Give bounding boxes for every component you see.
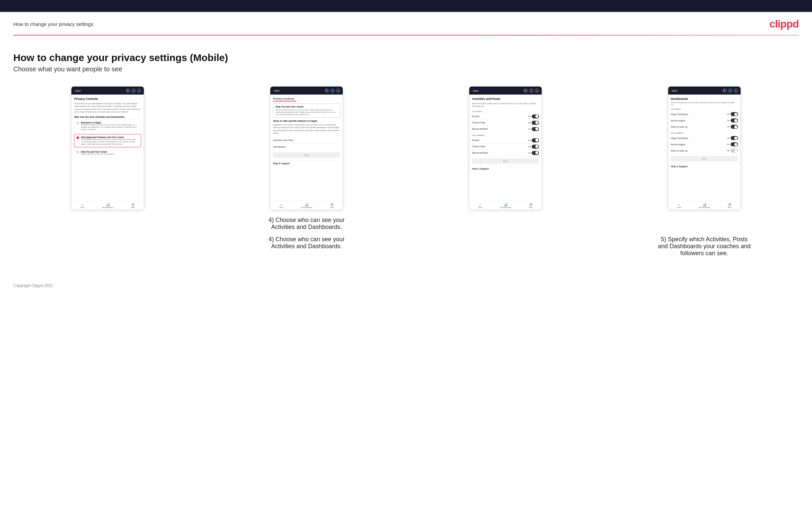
save-button-4[interactable]: Save: [671, 156, 738, 162]
home-icon-4: ⌂: [678, 203, 680, 206]
toggle-round-insights-coaches[interactable]: Round Insights ON: [671, 117, 738, 124]
toggle-what-to-work-followers[interactable]: What To Work On ON: [671, 148, 738, 154]
toggle-switch-player-dash-coaches[interactable]: [731, 112, 738, 116]
person-icon-4[interactable]: 👤: [728, 89, 732, 93]
search-icon-4[interactable]: 🔍: [723, 89, 727, 93]
top-bar: [0, 0, 812, 12]
nav-menu-4[interactable]: ☰ Menu: [728, 203, 731, 208]
person-icon-3[interactable]: 👤: [529, 89, 534, 93]
header-icons-4: 🔍 👤 ⚙: [723, 89, 738, 93]
copyright: Copyright Clippd 2022: [13, 283, 53, 288]
nav-menu-2[interactable]: ☰ Menu: [330, 203, 334, 208]
help-support-3: Help & Support: [472, 166, 539, 171]
bottom-nav-3: ⌂ Home 📊 My Performance ☰ Menu: [469, 201, 542, 210]
toggle-manual-followers[interactable]: Manual Activities ON: [472, 150, 539, 156]
toggle-switch-player-dash-followers[interactable]: [731, 136, 738, 140]
radio-everyone[interactable]: Everyone on Clippd Everyone on Clippd ca…: [74, 119, 141, 133]
page-subtitle: Choose what you want people to see: [13, 65, 799, 73]
person-icon-2[interactable]: 👤: [331, 89, 335, 93]
nav-home-1[interactable]: ⌂ Home: [81, 203, 84, 208]
save-button-3[interactable]: Save: [472, 158, 539, 164]
radio-label-you-coach: Only You and Your Coach: [81, 151, 114, 153]
nav-home-2[interactable]: ⌂ Home: [279, 203, 283, 208]
toggle-player-dash-coaches[interactable]: Player Dashboard ON: [671, 111, 738, 117]
search-icon[interactable]: 🔍: [126, 89, 130, 93]
screenshot-group-3: ‹ Back 🔍 👤 ⚙ Activities and Posts Select…: [411, 86, 600, 210]
caption-2: 4) Choose who can see your Activities an…: [260, 217, 353, 231]
followers-label-3: FOLLOWERS: [472, 134, 539, 136]
toggle-switch-round-insights-coaches[interactable]: [731, 118, 738, 122]
activities-posts-title: Activities and Posts: [472, 97, 539, 101]
person-icon[interactable]: 👤: [132, 89, 136, 93]
toggle-switch-drills-coaches[interactable]: [532, 121, 539, 125]
caption-phone2: 4) Choose who can see your Activities an…: [260, 236, 353, 250]
home-icon-2: ⌂: [280, 203, 282, 206]
settings-icon-4[interactable]: ⚙: [734, 89, 738, 93]
phone-header-2: ‹ Back 🔍 👤 ⚙: [270, 87, 343, 95]
chart-icon-3: 📊: [503, 203, 507, 206]
toggle-switch-rounds-coaches[interactable]: [532, 114, 539, 118]
toggle-switch-rounds-followers[interactable]: [532, 138, 539, 143]
phone-body-1: Privacy Controls Control how and your da…: [71, 95, 144, 201]
toggle-rounds-coaches[interactable]: Rounds ON: [472, 113, 539, 120]
menu-icon-1: ☰: [132, 203, 135, 206]
dashboards-section-desc: Select the dashboards that you'd like to…: [671, 102, 738, 106]
nav-menu-1[interactable]: ☰ Menu: [131, 203, 135, 208]
toggle-player-dash-followers[interactable]: Player Dashboard ON: [671, 135, 738, 142]
dashboards-row[interactable]: Dashboards ›: [273, 144, 340, 150]
search-icon-3[interactable]: 🔍: [524, 89, 528, 93]
header-icons-3: 🔍 👤 ⚙: [524, 89, 539, 93]
toggle-switch-round-insights-followers[interactable]: [731, 143, 738, 146]
toggle-rounds-followers[interactable]: Rounds ON: [472, 137, 539, 144]
menu-icon-3: ☰: [529, 203, 532, 206]
nav-menu-3[interactable]: ☰ Menu: [529, 203, 533, 208]
nav-performance-4[interactable]: 📊 My Performance: [699, 203, 710, 208]
privacy-controls-title: Privacy Controls: [74, 97, 141, 101]
followers-label-4: FOLLOWERS: [671, 132, 738, 134]
phone-header-4: ‹ Back 🔍 👤 ⚙: [668, 87, 741, 95]
toggle-switch-drills-followers[interactable]: [532, 145, 539, 149]
dashboards-label: Dashboards: [273, 146, 286, 148]
toggle-switch-manual-coaches[interactable]: [532, 127, 539, 131]
toggle-switch-what-to-work-coaches[interactable]: [731, 125, 738, 129]
nav-performance-3[interactable]: 📊 My Performance: [500, 203, 511, 208]
activities-posts-row[interactable]: Activities and Posts ›: [273, 137, 340, 144]
header-icons-2: 🔍 👤 ⚙: [325, 89, 340, 93]
arrow-icon-dashboards: ›: [339, 145, 340, 148]
phone-body-2: Privacy Controls Only You and Your Coach…: [270, 95, 343, 201]
screenshot-group-2: ‹ Back 🔍 👤 ⚙ Privacy Controls Only You a…: [212, 86, 401, 231]
nav-home-4[interactable]: ⌂ Home: [677, 203, 681, 208]
toggle-switch-manual-followers[interactable]: [532, 151, 539, 155]
phone-mockup-1: ‹ Back 🔍 👤 ⚙ Privacy Controls Control ho…: [71, 86, 144, 210]
toggle-switch-what-to-work-followers[interactable]: [731, 149, 738, 153]
radio-desc-approved: Only approved followers and coaches you …: [81, 138, 139, 145]
toggle-drills-followers[interactable]: Practice Drills ON: [472, 144, 539, 150]
activities-posts-label: Activities and Posts: [273, 139, 293, 142]
back-button-4[interactable]: ‹ Back: [671, 90, 677, 92]
toggle-manual-coaches[interactable]: Manual Activities ON: [472, 126, 539, 132]
search-icon-2[interactable]: 🔍: [325, 89, 329, 93]
radio-you-coach[interactable]: Only You and Your Coach Only you and the…: [74, 149, 141, 157]
chevron-left-icon-3: ‹: [472, 90, 472, 92]
save-button-2[interactable]: Save: [273, 152, 340, 158]
logo: clippd: [769, 18, 799, 30]
toggle-what-to-work-coaches[interactable]: What To Work On ON: [671, 124, 738, 130]
settings-icon-3[interactable]: ⚙: [535, 89, 539, 93]
toggle-round-insights-followers[interactable]: Round Insights ON: [671, 142, 738, 148]
settings-icon[interactable]: ⚙: [137, 89, 141, 93]
nav-performance-1[interactable]: 📊 My Performance: [102, 203, 113, 208]
settings-icon-2[interactable]: ⚙: [336, 89, 340, 93]
nav-home-3[interactable]: ⌂ Home: [478, 203, 482, 208]
back-button-3[interactable]: ‹ Back: [472, 90, 478, 92]
back-button-2[interactable]: ‹ Back: [273, 90, 280, 92]
bottom-nav-2: ⌂ Home 📊 My Performance ☰ Menu: [270, 201, 343, 210]
nav-performance-2[interactable]: 📊 My Performance: [301, 203, 312, 208]
radio-approved[interactable]: Only Approved Followers and Your Coach O…: [74, 134, 141, 147]
radio-dot-everyone: [77, 122, 79, 124]
menu-icon-2: ☰: [331, 203, 334, 206]
breadcrumb: How to change your privacy settings: [13, 21, 93, 27]
coaches-label-3: COACHES: [472, 111, 539, 112]
toggle-drills-coaches[interactable]: Practice Drills ON: [472, 120, 539, 126]
chevron-left-icon-2: ‹: [273, 90, 274, 92]
back-button-1[interactable]: ‹ Back: [74, 90, 81, 92]
